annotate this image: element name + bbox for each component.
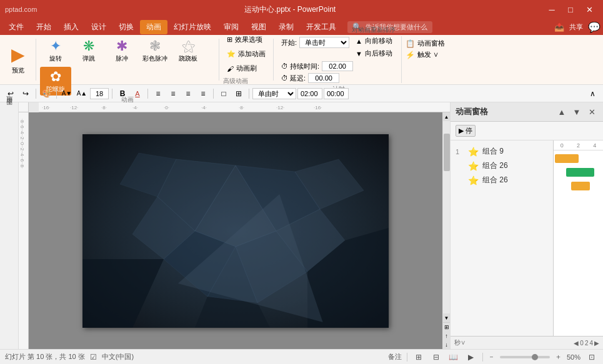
scroll-thumb[interactable] (444, 134, 450, 171)
anim-item-3[interactable]: ⭐ 组合 26 (453, 173, 551, 187)
move-back-button[interactable]: ▼ 向后移动 (352, 47, 396, 59)
bold-button[interactable]: B (116, 87, 129, 101)
menu-design[interactable]: 设计 (85, 20, 112, 34)
restore-button[interactable]: □ (562, 2, 579, 16)
slideshow-button[interactable]: ▶ (465, 352, 477, 363)
move-forward-button[interactable]: ▲ 向前移动 (352, 35, 396, 47)
shapes-button[interactable]: □ (217, 87, 231, 101)
move-forward-label: 向前移动 (365, 36, 392, 46)
minimize-button[interactable]: ─ (543, 2, 561, 16)
panel-up-button[interactable]: ▲ (556, 106, 568, 118)
menu-insert[interactable]: 插入 (57, 20, 85, 34)
prev-slide-arrow[interactable]: ↑ (443, 332, 451, 340)
menu-start[interactable]: 开始 (30, 20, 57, 34)
panel-close-button[interactable]: ✕ (586, 106, 598, 118)
time-mark-4: 4 (589, 340, 593, 347)
zoom-out-button[interactable]: － (488, 352, 495, 362)
title-bar: pptad.com 运动中心.pptx - PowerPoint ─ □ ✕ (0, 0, 603, 19)
anim-teeter[interactable]: ⚝ 跷跷板 (172, 36, 204, 65)
reading-view-button[interactable]: 📖 (447, 352, 460, 363)
panel-down-button[interactable]: ▼ (571, 106, 583, 118)
anim-item-1[interactable]: 1 ⭐ 组合 9 (453, 144, 551, 159)
normal-view-button[interactable]: ⊞ (412, 352, 425, 363)
slide[interactable] (82, 134, 389, 328)
vertical-scrollbar[interactable]: ▲ ▼ ⊞ ↑ ↓ (442, 112, 450, 349)
redo-button[interactable]: ↪ (19, 87, 32, 101)
font-decrease-button[interactable]: A▼ (60, 87, 74, 101)
preview-label: 预览 (12, 66, 24, 75)
close-button[interactable]: ✕ (581, 2, 598, 16)
align-right-button[interactable]: ≡ (181, 87, 195, 101)
time-2: 2 (577, 142, 580, 149)
preview-icon: ▶ (11, 44, 25, 65)
anim-star-3: ⭐ (468, 175, 479, 185)
rotate-label: 旋转 (49, 54, 62, 63)
delay-input[interactable] (308, 73, 339, 83)
anim-item-2[interactable]: ⭐ 组合 26 (453, 159, 551, 173)
anim-color-pulse[interactable]: ❃ 彩色脉冲 (139, 36, 171, 65)
slide-canvas[interactable] (29, 112, 442, 349)
trigger-icon: ⚡ (406, 51, 415, 59)
effect-options-button[interactable]: ⊞ 效果选项 (223, 34, 269, 46)
timing-row-2: ⏱ 持续时间: (281, 61, 396, 71)
play-button[interactable]: ▶ 停 (456, 125, 476, 137)
spin-icon: ✿ (50, 69, 61, 85)
undo-button[interactable]: ↩ (4, 87, 17, 101)
scroll-track[interactable] (443, 121, 450, 313)
animation-pane-button[interactable]: 📋 动画窗格 (406, 39, 445, 48)
transition-time-input[interactable] (297, 88, 322, 99)
scroll-up-arrow[interactable]: ▲ (443, 112, 451, 121)
font-color-button[interactable]: A (131, 87, 144, 101)
animation-brush-button[interactable]: 🖌 动画刷 (223, 62, 269, 74)
collapse-ribbon-button[interactable]: ∧ (586, 87, 599, 101)
font-increase-button[interactable]: A▲ (75, 87, 89, 101)
anim-rotate[interactable]: ✦ 旋转 (40, 36, 71, 65)
menu-animation[interactable]: 动画 (140, 20, 167, 34)
svg-marker-13 (195, 297, 270, 328)
time-ruler-right-arrow[interactable]: ▶ (594, 340, 599, 347)
duration-label: ⏱ 持续时间: (281, 62, 319, 71)
reorder-label: 对动画重新排序 (352, 26, 396, 34)
start-select[interactable]: 单击时 与上一动画同时 上一动画之后 (299, 37, 349, 48)
menu-transition[interactable]: 切换 (112, 20, 140, 34)
slide-sorter-button[interactable]: ⊟ (430, 352, 442, 363)
scroll-down-arrow[interactable]: ▼ (443, 313, 451, 322)
paint-format-button[interactable]: 🎨 (39, 87, 53, 101)
font-size-input[interactable] (90, 88, 109, 99)
preview-button[interactable]: ▶ 预览 (4, 36, 32, 83)
anim-pulse[interactable]: ✱ 脉冲 (106, 36, 137, 65)
menu-review[interactable]: 审阅 (217, 20, 245, 34)
fit-slide-status-button[interactable]: ⊡ (586, 352, 598, 363)
svg-marker-6 (207, 247, 257, 303)
notes-button[interactable]: 备注 (388, 352, 402, 362)
menu-file[interactable]: 文件 (2, 20, 30, 34)
duration-input[interactable] (322, 61, 353, 71)
animation-panel-title: 动画窗格 (456, 106, 488, 117)
next-slide-arrow[interactable]: ↓ (443, 340, 451, 349)
anim-bounce[interactable]: ❋ 弹跳 (73, 36, 104, 65)
fit-slide-button[interactable]: ⊞ (443, 323, 451, 332)
animations-group: ✦ 旋转 ❋ 弹跳 ✱ 脉冲 ❃ 彩色脉冲 ⚝ 跷跷板 ✿ 陀螺旋 (40, 36, 215, 83)
slide-transition-select[interactable]: 单由时 (252, 88, 296, 99)
effects-group: ⊞ 效果选项 ⭐ 添加动画 🖌 动画刷 高级动画 (223, 36, 269, 83)
time-ruler-left-arrow[interactable]: ◀ (574, 340, 579, 347)
animation-panel: 动画窗格 ▲ ▼ ✕ ▶ 停 1 ⭐ 组合 9 (450, 102, 603, 349)
comment-button[interactable]: 💬 (588, 21, 601, 33)
trigger-button[interactable]: ⚡ 触发 ∨ (406, 50, 439, 59)
share-button[interactable]: 共享 (569, 22, 583, 32)
arrange-button[interactable]: ⊞ (232, 87, 246, 101)
menu-slideshow[interactable]: 幻灯片放映 (167, 20, 217, 34)
language-label: 中文(中国) (102, 352, 134, 362)
align-center-button[interactable]: ≡ (166, 87, 180, 101)
ruler-mark-4: ·4· (201, 105, 207, 111)
zoom-percent: 50% (567, 353, 581, 361)
add-animation-button[interactable]: ⭐ 添加动画 (223, 48, 269, 60)
menu-view[interactable]: 视图 (245, 20, 272, 34)
ruler-mark-8: ·8· (239, 105, 244, 111)
justify-button[interactable]: ≡ (196, 87, 210, 101)
delay-time-input[interactable] (324, 88, 349, 99)
zoom-slider[interactable] (500, 356, 550, 358)
zoom-in-button[interactable]: ＋ (555, 352, 562, 362)
timeline-bar-2 (566, 168, 594, 177)
align-left-button[interactable]: ≡ (151, 87, 165, 101)
